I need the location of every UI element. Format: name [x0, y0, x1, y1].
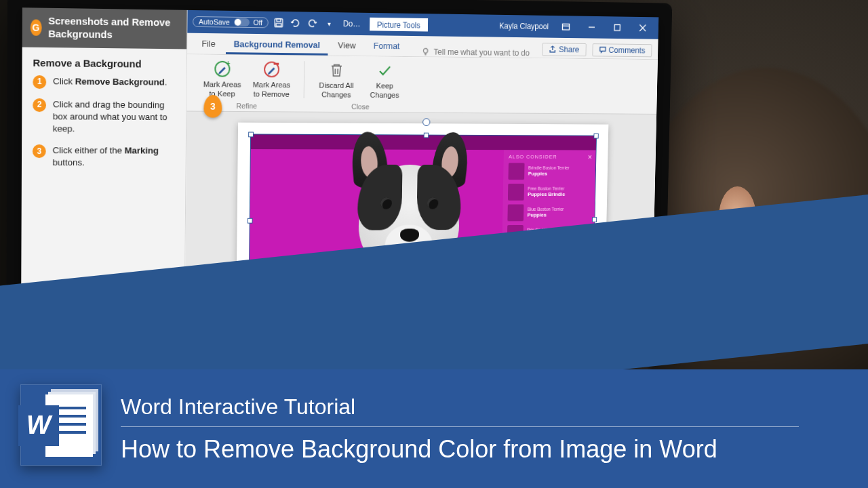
caption-banner: W Word Interactive Tutorial How to Remov… — [0, 369, 868, 488]
step-3-callout: 3 — [203, 95, 222, 118]
step-text: Click either of the Marking buttons. — [52, 144, 175, 169]
tutorial-step: 2Click and drag the bounding box around … — [33, 98, 176, 136]
tab-background-removal[interactable]: Background Removal — [226, 35, 328, 55]
group-close: Discard All Changes Keep Changes Close — [308, 60, 413, 110]
keep-label: Keep Changes — [363, 81, 406, 100]
resize-handle[interactable] — [248, 131, 254, 137]
caption-divider — [121, 426, 799, 427]
related-text: Free Boston TerrierPuppies Brindle — [528, 186, 565, 197]
ribbon-display-icon[interactable] — [555, 18, 577, 35]
tell-me-placeholder: Tell me what you want to do — [433, 47, 530, 58]
caption-line2: How to Remove Background Color from Imag… — [121, 435, 799, 464]
ribbon: + Mark Areas to Keep Mark Areas to Remov… — [186, 54, 658, 114]
resize-handle[interactable] — [592, 217, 597, 222]
word-w-icon: W — [18, 405, 59, 446]
svg-rect-2 — [276, 24, 281, 26]
svg-text:+: + — [226, 60, 231, 67]
related-item[interactable]: Free Boston TerrierPuppies Brindle — [503, 182, 595, 203]
caption-line1: Word Interactive Tutorial — [121, 394, 799, 420]
minimize-button[interactable] — [580, 19, 603, 36]
maximize-button[interactable] — [606, 19, 629, 36]
sidebar-title: Screenshots and Remove Backgrounds — [48, 15, 179, 42]
document-name: Do… — [343, 19, 361, 28]
step-number-badge: 3 — [33, 144, 46, 158]
autosave-state: Off — [253, 18, 262, 26]
undo-icon[interactable] — [289, 16, 302, 30]
share-icon — [549, 45, 556, 54]
comments-label: Comments — [608, 45, 645, 55]
step-text: Click Remove Background. — [53, 75, 167, 89]
group-close-label: Close — [351, 102, 370, 110]
tab-file[interactable]: File — [194, 35, 224, 54]
svg-rect-5 — [614, 24, 620, 30]
resize-handle[interactable] — [424, 132, 429, 138]
svg-point-8 — [423, 48, 428, 53]
share-label: Share — [559, 45, 579, 54]
step-number-badge: 2 — [33, 98, 46, 112]
pencil-minus-icon — [262, 60, 281, 80]
tab-view[interactable]: View — [330, 36, 363, 56]
redo-icon[interactable] — [306, 16, 319, 30]
thumbnail — [507, 204, 524, 221]
tab-format[interactable]: Format — [366, 37, 407, 56]
tutorial-step: 1Click Remove Background. — [33, 75, 176, 89]
sidebar-body: Remove a Background 1Click Remove Backgr… — [22, 47, 186, 188]
svg-rect-12 — [274, 63, 279, 65]
mark-areas-to-keep-button[interactable]: + Mark Areas to Keep — [200, 59, 245, 99]
related-item[interactable]: Blue Boston TerrierPuppies — [502, 202, 595, 223]
customguide-logo: G — [31, 19, 42, 35]
context-tab-picture-tools[interactable]: Picture Tools — [370, 18, 429, 32]
word-logo: W — [20, 384, 102, 466]
autosave-toggle[interactable]: AutoSave Off — [193, 16, 269, 28]
thumbnail — [508, 184, 524, 201]
rotate-handle[interactable] — [422, 118, 430, 126]
related-text: Blue Boston TerrierPuppies — [528, 207, 564, 218]
trash-icon — [327, 60, 347, 81]
step-text: Click and drag the bounding box around w… — [53, 98, 176, 136]
step-number-badge: 1 — [33, 75, 46, 88]
also-consider-header: ALSO CONSIDER — [504, 150, 596, 161]
qat-customize-icon[interactable]: ▾ — [323, 17, 336, 30]
thumbnail — [508, 163, 524, 180]
pencil-plus-icon: + — [212, 59, 232, 79]
resize-handle[interactable] — [593, 133, 598, 138]
related-text: Brindle Boston TerrierPuppies — [528, 165, 570, 177]
caption-text: Word Interactive Tutorial How to Remove … — [121, 394, 799, 464]
svg-rect-3 — [562, 24, 569, 30]
resize-handle[interactable] — [248, 218, 253, 223]
keep-changes-button[interactable]: Keep Changes — [363, 60, 406, 100]
related-item[interactable]: Brindle Boston TerrierPuppies — [503, 161, 595, 182]
sidebar-subtitle: Remove a Background — [33, 56, 176, 69]
group-refine-label: Refine — [237, 102, 258, 110]
toggle-off-icon — [234, 18, 250, 26]
mark-keep-label: Mark Areas to Keep — [200, 80, 245, 99]
discard-label: Discard All Changes — [315, 81, 358, 100]
lightbulb-icon — [421, 47, 430, 57]
save-icon[interactable] — [272, 16, 285, 30]
discard-all-changes-button[interactable]: Discard All Changes — [315, 60, 359, 100]
comments-button[interactable]: Comments — [592, 43, 652, 57]
tell-me-search[interactable]: Tell me what you want to do — [410, 47, 530, 58]
user-name[interactable]: Kayla Claypool — [499, 22, 549, 32]
comment-icon — [599, 46, 606, 54]
mark-areas-to-remove-button[interactable]: Mark Areas to Remove — [250, 59, 294, 99]
sidebar-header: G Screenshots and Remove Backgrounds — [22, 7, 187, 49]
checkmark-icon — [375, 60, 394, 80]
close-button[interactable] — [631, 20, 654, 37]
separator — [304, 61, 305, 98]
close-icon[interactable]: × — [588, 152, 593, 161]
autosave-label: AutoSave — [199, 18, 230, 26]
svg-rect-1 — [277, 19, 281, 22]
share-button[interactable]: Share — [542, 43, 586, 56]
mark-remove-label: Mark Areas to Remove — [250, 81, 294, 100]
tutorial-step: 3Click either of the Marking buttons. — [33, 144, 176, 169]
